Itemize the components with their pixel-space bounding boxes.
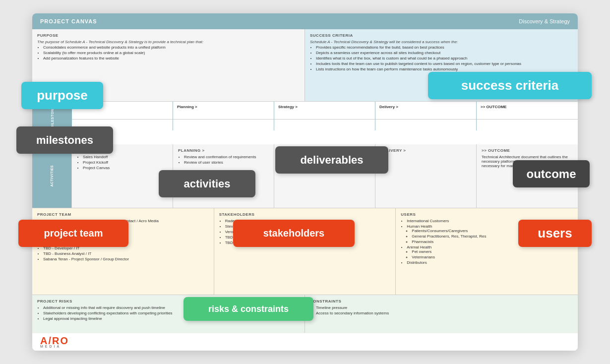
canvas-title: PROJECT CANVAS xyxy=(40,18,97,24)
annotation-milestones: milestones xyxy=(16,126,113,154)
canvas-footer: A/RO MEDIA xyxy=(32,333,578,351)
list-item: Pet owners xyxy=(412,249,573,254)
list-item: Sales Handoff xyxy=(83,155,168,159)
canvas-header: PROJECT CANVAS Discovery & Strategy xyxy=(32,13,578,29)
annotation-activities: activities xyxy=(159,170,255,197)
activity-list: Sales Handoff Project Kickoff Project Ca… xyxy=(77,155,168,170)
success-title: SUCCESS CRITERIA xyxy=(310,33,573,38)
milestone-strategy: Strategy > xyxy=(274,102,375,130)
constraints-list: Timeline pressure Access to secondary in… xyxy=(310,305,573,315)
list-item: Veterinarians xyxy=(412,255,573,259)
purpose-title: PURPOSE xyxy=(37,33,300,38)
annotation-outcome: outcome xyxy=(513,160,590,187)
canvas-subtitle: Discovery & Strategy xyxy=(519,18,570,24)
milestones-row: MILESTONES Kickoff > Planning > Strategy… xyxy=(32,102,578,120)
logo-sub: MEDIA xyxy=(40,345,61,348)
success-list: Provides specific recommendations for th… xyxy=(310,45,573,71)
annotation-project-team: project team xyxy=(18,220,128,247)
list-item: Project Kickoff xyxy=(83,160,168,165)
list-item: TBD - Business Analyst / IT xyxy=(43,251,209,256)
logo: A/RO MEDIA xyxy=(40,336,69,348)
list-item: Review of user stories xyxy=(184,160,269,165)
stakeholders-title: STAKEHOLDERS xyxy=(219,212,391,217)
milestones-inner: MILESTONES Kickoff > Planning > Strategy… xyxy=(32,102,578,130)
list-item: Animal Health Pet owners Veterinarians xyxy=(407,245,573,259)
list-item: Sabana Teran - Project Sponsor / Group D… xyxy=(43,257,209,261)
activity-delivery: Delivery > xyxy=(375,144,477,208)
list-item: Add personalization features to the webs… xyxy=(43,56,300,61)
list-item: Includes tools that the team can use to … xyxy=(316,61,573,66)
milestone-delivery: Delivery > xyxy=(375,102,477,130)
activities-label: ACTIVITIES xyxy=(50,165,54,187)
list-item: Timeline pressure xyxy=(316,305,573,310)
success-intro: Schedule A - Technical Discovery & Strat… xyxy=(310,40,573,44)
activity-list: Review and confirmation of requirements … xyxy=(178,155,269,165)
team-title: PROJECT TEAM xyxy=(37,212,209,217)
list-item: Review and confirmation of requirements xyxy=(184,155,269,159)
annotation-deliverables: deliverables xyxy=(275,146,388,174)
users-title: USERS xyxy=(401,212,573,217)
list-item: Consolidates ecommerce and website produ… xyxy=(43,45,300,50)
list-item: Lists instructions on how the team can p… xyxy=(316,67,573,71)
logo-text: A/RO xyxy=(40,336,69,346)
purpose-body: The purpose of Schedule A - Technical Di… xyxy=(37,40,300,44)
list-item: Scalability (to offer more products onli… xyxy=(43,51,300,55)
annotation-purpose: purpose xyxy=(21,82,103,109)
constraints-title: CONSTRAINTS xyxy=(310,299,573,303)
list-item: Provides specific recommendations for th… xyxy=(316,45,573,50)
annotation-users: users xyxy=(518,220,592,247)
annotation-success-criteria: success criteria xyxy=(428,72,592,99)
page-wrapper: PROJECT CANVAS Discovery & Strategy PURP… xyxy=(32,13,578,351)
milestone-planning: Planning > xyxy=(173,102,274,130)
annotation-risks-constraints: risks & constraints xyxy=(183,297,313,321)
list-item: Identifies what is out of the box, what … xyxy=(316,56,573,61)
list-item: Project Canvas xyxy=(83,166,168,170)
annotation-stakeholders: stakeholders xyxy=(233,220,355,247)
list-item: Access to secondary information systems xyxy=(316,311,573,315)
purpose-list: Consolidates ecommerce and website produ… xyxy=(37,45,300,61)
list-item: Depicts a seamless user experience acros… xyxy=(316,51,573,55)
list-item: Distributors xyxy=(407,260,573,265)
milestone-outcome: >> OUTCOME xyxy=(477,102,578,130)
